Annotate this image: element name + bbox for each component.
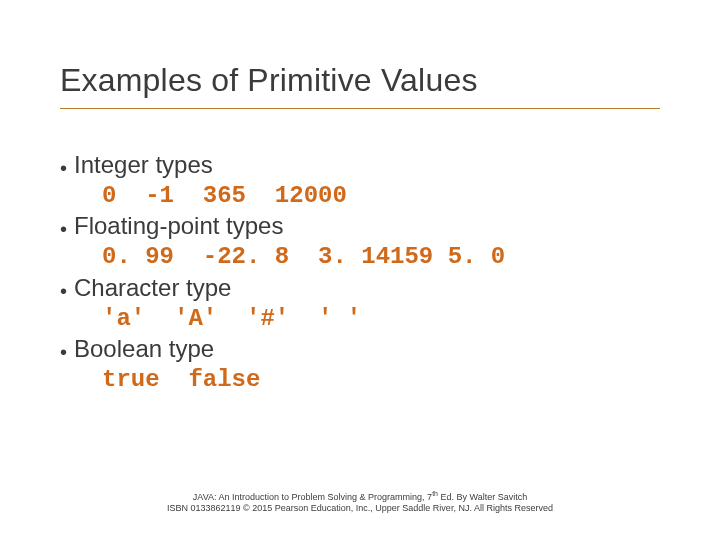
example-values: 0 -1 365 12000	[60, 181, 660, 212]
slide-body: • Integer types 0 -1 365 12000 • Floatin…	[60, 150, 660, 396]
example-values: 'a' 'A' '#' ' '	[60, 304, 660, 335]
bullet-label: Integer types	[74, 150, 213, 181]
example-values: true false	[60, 365, 660, 396]
bullet-icon: •	[60, 219, 74, 239]
slide-title: Examples of Primitive Values	[60, 62, 478, 99]
bullet-label: Floating-point types	[74, 211, 283, 242]
footer-text: Ed. By Walter Savitch	[438, 492, 527, 502]
bullet-icon: •	[60, 158, 74, 178]
title-underline	[60, 108, 660, 109]
bullet-item: • Integer types	[60, 150, 660, 181]
bullet-label: Boolean type	[74, 334, 214, 365]
bullet-icon: •	[60, 281, 74, 301]
slide: Examples of Primitive Values • Integer t…	[0, 0, 720, 540]
slide-footer: JAVA: An Introduction to Problem Solving…	[0, 490, 720, 515]
bullet-item: • Floating-point types	[60, 211, 660, 242]
bullet-item: • Boolean type	[60, 334, 660, 365]
example-values: 0. 99 -22. 8 3. 14159 5. 0	[60, 242, 660, 273]
footer-line-1: JAVA: An Introduction to Problem Solving…	[0, 490, 720, 503]
footer-line-2: ISBN 0133862119 © 2015 Pearson Education…	[0, 503, 720, 514]
bullet-item: • Character type	[60, 273, 660, 304]
bullet-label: Character type	[74, 273, 231, 304]
bullet-icon: •	[60, 342, 74, 362]
footer-text: JAVA: An Introduction to Problem Solving…	[193, 492, 432, 502]
